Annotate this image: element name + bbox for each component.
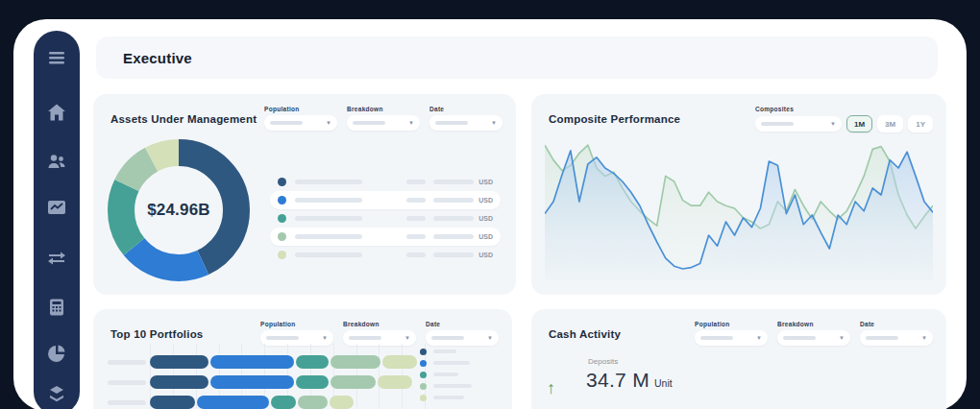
legend-currency: USD bbox=[478, 252, 493, 258]
legend-currency: USD bbox=[478, 233, 493, 240]
legend-dot bbox=[278, 214, 286, 223]
layers-icon[interactable] bbox=[45, 382, 68, 405]
legend-name-placeholder bbox=[295, 216, 362, 221]
legend-value-placeholder bbox=[406, 234, 426, 239]
aum-legend-row[interactable]: USD bbox=[270, 228, 501, 246]
legend-name-placeholder bbox=[433, 361, 470, 365]
breakdown-select[interactable]: ▼ bbox=[777, 330, 850, 346]
composite-card: Composite Performance Composites ▼ 1M 3M… bbox=[531, 94, 946, 295]
bar-segment bbox=[210, 375, 294, 389]
transfers-icon[interactable] bbox=[45, 246, 68, 269]
legend-dot bbox=[278, 251, 286, 259]
legend-value-placeholder bbox=[433, 180, 474, 184]
header-bar: Executive bbox=[96, 36, 938, 79]
portfolios-card-title: Top 10 Portfolios bbox=[110, 328, 203, 340]
portfolios-filters: Population ▼ Breakdown ▼ Date ▼ bbox=[260, 321, 499, 346]
bar-segment bbox=[331, 355, 380, 369]
composites-filter-label: Composites bbox=[755, 106, 794, 112]
legend-dot bbox=[420, 372, 427, 378]
legend-currency: USD bbox=[478, 215, 493, 222]
bar-segment bbox=[150, 355, 208, 369]
calculator-icon[interactable] bbox=[45, 296, 68, 319]
chevron-down-icon: ▼ bbox=[408, 120, 414, 126]
chevron-down-icon: ▼ bbox=[404, 335, 410, 341]
legend-value-placeholder bbox=[406, 198, 426, 203]
legend-name-placeholder bbox=[433, 349, 456, 353]
breakdown-select[interactable]: ▼ bbox=[347, 115, 420, 131]
bar-segment bbox=[296, 375, 329, 389]
allocation-pie-icon[interactable] bbox=[45, 342, 68, 365]
portfolios-legend-row[interactable] bbox=[420, 357, 472, 369]
population-filter-label: Population bbox=[695, 321, 768, 327]
bar-segment bbox=[271, 396, 296, 409]
deposits-unit: Unit bbox=[654, 377, 673, 389]
cash-card-title: Cash Activity bbox=[549, 328, 621, 340]
cash-card: Cash Activity Population ▼ Breakdown ▼ D… bbox=[531, 309, 946, 409]
chevron-down-icon: ▼ bbox=[326, 120, 331, 126]
legend-name-placeholder bbox=[295, 234, 362, 239]
date-filter-label: Date bbox=[429, 106, 502, 112]
legend-dot bbox=[420, 360, 427, 367]
aum-filters: Population ▼ Breakdown ▼ Date ▼ bbox=[264, 106, 502, 131]
range-button-1m[interactable]: 1M bbox=[846, 115, 872, 132]
aum-donut-chart[interactable]: $24.96B bbox=[107, 138, 251, 282]
portfolio-name-placeholder bbox=[108, 380, 146, 385]
portfolios-legend-row[interactable] bbox=[420, 380, 472, 392]
menu-icon[interactable] bbox=[45, 46, 68, 69]
bar-segment bbox=[150, 396, 195, 409]
legend-currency: USD bbox=[478, 197, 493, 204]
range-button-3m[interactable]: 3M bbox=[877, 115, 903, 132]
composite-controls: Composites ▼ 1M 3M 1Y bbox=[755, 106, 933, 132]
aum-legend: USD USD USD USD USD bbox=[270, 173, 501, 264]
legend-dot bbox=[420, 383, 427, 390]
breakdown-filter-label: Breakdown bbox=[343, 321, 416, 327]
chevron-down-icon: ▼ bbox=[830, 121, 836, 127]
aum-legend-row[interactable]: USD bbox=[270, 191, 501, 209]
breakdown-filter-label: Breakdown bbox=[347, 106, 420, 112]
date-select[interactable]: ▼ bbox=[429, 115, 502, 131]
deposits-up-arrow-icon: ↑ bbox=[547, 378, 555, 398]
portfolios-legend-row[interactable] bbox=[420, 346, 472, 357]
portfolios-legend-row[interactable] bbox=[420, 369, 472, 380]
aum-legend-row[interactable]: USD bbox=[270, 209, 501, 228]
legend-name-placeholder bbox=[295, 198, 362, 203]
composite-line-chart[interactable] bbox=[545, 136, 933, 284]
date-filter-label: Date bbox=[426, 321, 499, 327]
chevron-down-icon: ▼ bbox=[322, 335, 328, 341]
aum-legend-row[interactable]: USD bbox=[270, 246, 501, 264]
population-filter-label: Population bbox=[260, 321, 333, 327]
cash-card-header: Cash Activity Population ▼ Breakdown ▼ D… bbox=[531, 309, 946, 353]
portfolios-card: Top 10 Portfolios Population ▼ Breakdown… bbox=[93, 309, 512, 409]
legend-dot bbox=[278, 232, 286, 241]
composites-select[interactable]: ▼ bbox=[755, 116, 842, 132]
legend-dot bbox=[420, 395, 427, 401]
aum-card-title: Assets Under Management bbox=[110, 113, 257, 125]
population-select[interactable]: ▼ bbox=[264, 115, 337, 131]
range-button-1y[interactable]: 1Y bbox=[908, 115, 933, 132]
legend-name-placeholder bbox=[295, 253, 362, 257]
bar-segment bbox=[197, 396, 269, 409]
bar-segment bbox=[331, 375, 376, 389]
chevron-down-icon: ▼ bbox=[487, 335, 493, 341]
chevron-down-icon: ▼ bbox=[839, 335, 845, 341]
chevron-down-icon: ▼ bbox=[921, 335, 927, 341]
date-select[interactable]: ▼ bbox=[426, 330, 499, 346]
performance-chart-icon[interactable] bbox=[45, 196, 68, 219]
portfolio-name-placeholder bbox=[108, 400, 146, 405]
home-icon[interactable] bbox=[45, 101, 68, 124]
chevron-down-icon: ▼ bbox=[491, 120, 497, 126]
aum-card: Assets Under Management Population ▼ Bre… bbox=[93, 94, 516, 295]
composite-card-header: Composite Performance Composites ▼ 1M 3M… bbox=[531, 94, 946, 138]
legend-name-placeholder bbox=[433, 384, 472, 388]
portfolios-legend-row[interactable] bbox=[420, 392, 472, 403]
legend-value-placeholder bbox=[406, 216, 426, 221]
users-icon[interactable] bbox=[45, 150, 68, 173]
legend-value-placeholder bbox=[406, 253, 426, 257]
bar-segment bbox=[298, 396, 328, 409]
population-select[interactable]: ▼ bbox=[695, 330, 768, 346]
aum-legend-row[interactable]: USD bbox=[270, 173, 501, 191]
portfolios-legend bbox=[420, 346, 472, 403]
aum-total-value: $24.96B bbox=[107, 138, 251, 282]
date-select[interactable]: ▼ bbox=[860, 330, 933, 346]
legend-currency: USD bbox=[478, 179, 493, 185]
